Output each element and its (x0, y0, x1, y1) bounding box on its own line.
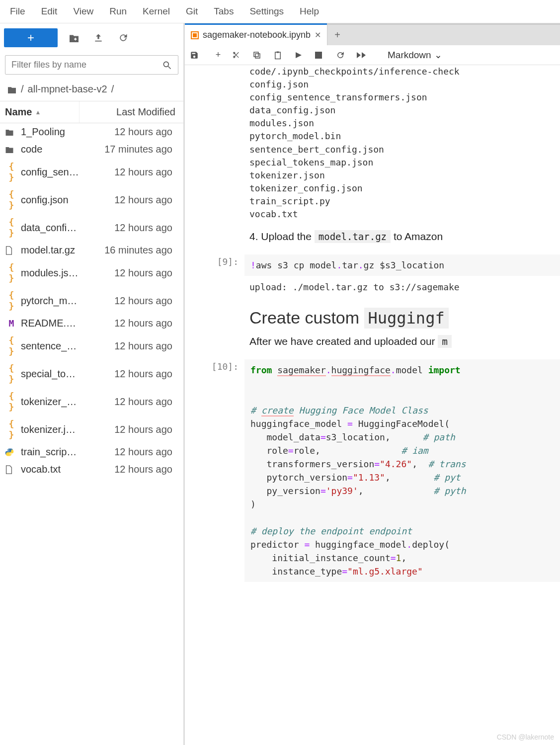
file-modified: 12 hours ago (87, 126, 178, 138)
menu-help[interactable]: Help (292, 3, 327, 20)
code-input[interactable]: !aws s3 cp model.tar.gz $s3_location (244, 254, 560, 276)
file-row[interactable]: { }tokenizer_…12 hours ago (0, 388, 183, 415)
file-row[interactable]: 1_Pooling12 hours ago (0, 123, 183, 141)
file-row[interactable]: vocab.txt12 hours ago (0, 461, 183, 478)
file-name: tokenizer_… (21, 396, 87, 408)
folder-icon[interactable] (7, 85, 17, 93)
file-row[interactable]: { }sentence_…12 hours ago (0, 332, 183, 360)
menu-kernel[interactable]: Kernel (135, 3, 178, 20)
run-all-icon[interactable] (357, 52, 372, 59)
file-name: config.json (21, 194, 87, 206)
code-token: = (374, 459, 380, 469)
menu-file[interactable]: File (2, 3, 33, 20)
json-icon: { } (5, 290, 18, 312)
file-name: README.… (21, 318, 87, 329)
file-row[interactable]: { }config_sen…12 hours ago (0, 158, 183, 186)
code-token: , (358, 486, 434, 496)
code-cell-10[interactable]: [10]: from sagemaker.huggingface.model i… (185, 357, 560, 584)
file-row[interactable]: model.tar.gz16 minutes ago (0, 242, 183, 259)
file-row[interactable]: MREADME.…12 hours ago (0, 315, 183, 332)
close-icon[interactable]: ✕ (315, 30, 321, 40)
code-token: = (320, 432, 326, 442)
cell-type-select[interactable]: Markdown ⌄ (388, 49, 442, 61)
cut-icon[interactable] (232, 51, 246, 60)
file-modified: 12 hours ago (87, 267, 178, 279)
file-name: train_scrip… (21, 446, 87, 458)
svg-point-2 (163, 62, 168, 67)
file-modified: 12 hours ago (87, 464, 178, 475)
file-row[interactable]: { }modules.js…12 hours ago (0, 259, 183, 287)
code-token: # (250, 405, 261, 415)
step4-text: 4. Upload the (249, 231, 315, 242)
code-token: = (304, 539, 310, 550)
menu-git[interactable]: Git (178, 3, 206, 20)
code-input[interactable]: from sagemaker.huggingface.model import … (244, 359, 560, 582)
heading-text: Create custom (249, 308, 364, 327)
code-token: transformers_version (250, 459, 374, 469)
header-modified-col[interactable]: Last Modified (80, 101, 183, 123)
step4-suffix: to Amazon (391, 231, 443, 242)
file-row[interactable]: { }config.json12 hours ago (0, 186, 183, 214)
upload-icon[interactable] (93, 33, 107, 43)
notebook-icon (191, 31, 199, 39)
tab-notebook[interactable]: sagemaker-notebook.ipynb ✕ (185, 25, 327, 45)
file-name: 1_Pooling (21, 126, 87, 138)
code-token: 1 (396, 553, 401, 563)
save-icon[interactable] (190, 51, 205, 60)
menu-edit[interactable]: Edit (33, 3, 66, 20)
restart-icon[interactable] (336, 51, 351, 60)
cell-type-label: Markdown (388, 50, 431, 61)
refresh-icon[interactable] (118, 33, 132, 43)
code-token: . (406, 539, 412, 550)
menubar: File Edit View Run Kernel Git Tabs Setti… (0, 0, 560, 23)
run-icon[interactable] (294, 51, 309, 59)
menu-view[interactable]: View (65, 3, 101, 20)
code-token: "4.26" (380, 459, 412, 469)
notebook-content[interactable]: code/.ipynb_checkpoints/inference-check … (185, 65, 560, 745)
paste-icon[interactable] (273, 51, 288, 60)
file-name: special_to… (21, 368, 87, 380)
code-token: deploy( (412, 539, 450, 550)
py-icon (5, 448, 18, 457)
code-token: huggingface_model (310, 539, 406, 550)
cell-prompt: [9]: (185, 254, 244, 276)
menu-tabs[interactable]: Tabs (206, 3, 241, 20)
new-tab-button[interactable]: + (327, 29, 347, 41)
code-token: s3_location, (326, 432, 423, 442)
file-row[interactable]: { }special_to…12 hours ago (0, 360, 183, 388)
code-cell-9[interactable]: [9]: !aws s3 cp model.tar.gz $s3_locatio… (185, 252, 560, 278)
file-modified: 12 hours ago (87, 318, 178, 329)
new-launcher-button[interactable]: + (4, 28, 58, 47)
menu-run[interactable]: Run (101, 3, 135, 20)
code-token: = (347, 418, 353, 429)
code-token: aws s3 cp model (256, 260, 337, 270)
json-icon: { } (5, 391, 18, 413)
file-row[interactable]: { }pytorch_m…12 hours ago (0, 287, 183, 315)
file-row[interactable]: { }tokenizer.j…12 hours ago (0, 415, 183, 443)
svg-rect-10 (315, 52, 322, 59)
json-icon: { } (5, 262, 18, 284)
copy-icon[interactable] (252, 51, 267, 60)
code-token: huggingface (331, 365, 391, 376)
breadcrumb-sep: / (21, 83, 24, 95)
file-modified: 17 minutes ago (87, 144, 178, 155)
cell-output: code/.ipynb_checkpoints/inference-check … (185, 65, 560, 221)
menu-settings[interactable]: Settings (241, 3, 292, 20)
svg-rect-5 (193, 33, 197, 37)
new-folder-icon[interactable] (69, 33, 82, 42)
file-row[interactable]: { }data_confi…12 hours ago (0, 214, 183, 242)
file-name: sentence_… (21, 340, 87, 352)
file-row[interactable]: code17 minutes ago (0, 141, 183, 158)
header-name-col[interactable]: Name ▲ (0, 101, 80, 123)
code-token: = (347, 472, 353, 483)
code-token: . (336, 260, 342, 270)
insert-cell-icon[interactable]: + (211, 50, 226, 60)
code-token: = (320, 486, 326, 496)
svg-rect-7 (254, 52, 258, 57)
code-token: = (391, 553, 396, 563)
code-token: tar (342, 260, 358, 270)
breadcrumb-folder[interactable]: all-mpnet-base-v2 (28, 83, 107, 95)
filter-input[interactable] (11, 60, 162, 70)
file-row[interactable]: train_scrip…12 hours ago (0, 443, 183, 461)
stop-icon[interactable] (315, 52, 330, 59)
